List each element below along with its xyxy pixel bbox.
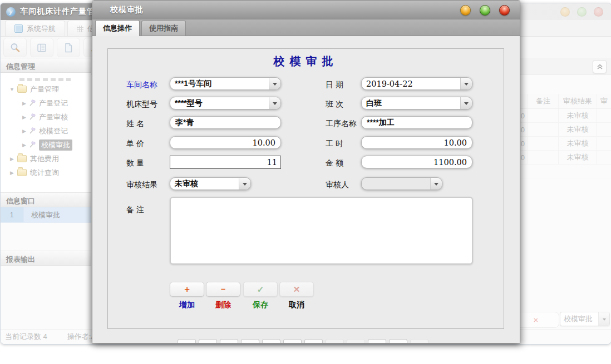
chevron-right-icon[interactable]: ▶ — [21, 114, 28, 120]
folder-icon — [17, 155, 27, 162]
list-item-index: 1 — [1, 207, 23, 222]
name-field[interactable] — [170, 116, 281, 129]
workshop-dropdown[interactable]: ***1号车间 — [170, 77, 281, 90]
view-select-dropdown[interactable]: 校模审批 — [560, 312, 610, 326]
add-button[interactable]: ＋ — [170, 282, 204, 297]
cell-remark — [528, 123, 559, 136]
info-window-list-item[interactable]: 1 校模审批 — [1, 207, 91, 223]
dropdown-arrow-button[interactable] — [460, 78, 472, 89]
panel-icon — [14, 24, 23, 33]
clipped-button[interactable] — [220, 339, 238, 343]
auditor-dropdown[interactable] — [361, 177, 442, 190]
chevron-down-icon[interactable]: ▼ — [8, 87, 16, 92]
tree-item-production-register[interactable]: ▶ 产量登记 — [1, 96, 91, 110]
section-header-info-management[interactable]: 信息管理 — [1, 58, 91, 73]
tree-label: 统计查询 — [30, 168, 59, 178]
tab-user-guide[interactable]: 使用指南 — [141, 21, 186, 36]
tool-icon — [29, 127, 36, 134]
label-workshop: 车间名称 — [126, 80, 169, 90]
cell-audit-result: 未审核 — [559, 109, 597, 122]
list-item-label: 校模审批 — [23, 207, 91, 222]
cell-auditor — [597, 137, 611, 150]
amount-field[interactable] — [361, 156, 472, 168]
audit-result-dropdown[interactable]: 未审核 — [170, 177, 251, 190]
clipped-button[interactable] — [389, 339, 407, 343]
shift-dropdown[interactable]: 白班 — [361, 97, 472, 109]
work-hours-field[interactable] — [361, 136, 472, 149]
chevron-right-icon[interactable]: ▶ — [8, 170, 16, 176]
minimize-icon[interactable] — [460, 5, 471, 16]
dropdown-arrow-button[interactable] — [269, 97, 280, 109]
search-icon — [9, 42, 21, 53]
tree-folder-statistics-query[interactable]: ▶ 统计查询 — [1, 166, 91, 179]
machine-model-dropdown[interactable]: ****型号 — [170, 97, 281, 109]
clipped-button[interactable] — [326, 339, 344, 343]
workshop-value: ***1号车间 — [170, 78, 269, 89]
clipped-button-row — [178, 339, 428, 343]
chevron-right-icon[interactable]: ▶ — [21, 142, 28, 148]
tree-item-mold-register[interactable]: ▶ 校模登记 — [1, 124, 91, 138]
clipped-button[interactable] — [347, 339, 365, 343]
cancel-button[interactable]: ✕ — [279, 282, 314, 297]
dropdown-arrow-button[interactable] — [269, 78, 280, 89]
minus-icon: － — [219, 284, 228, 295]
dropdown-arrow-button[interactable] — [598, 312, 609, 326]
section-header-info-window[interactable]: 信息窗口 — [1, 192, 91, 207]
unit-price-field[interactable] — [170, 136, 281, 149]
clipped-button[interactable] — [262, 339, 280, 343]
remark-textarea[interactable] — [170, 197, 473, 265]
col-header-remark: 备注 — [528, 94, 559, 108]
audit-result-value: 未审核 — [170, 178, 239, 190]
tab-info-operation[interactable]: 信息操作 — [95, 20, 140, 36]
app-logo-icon: y — [6, 7, 16, 17]
process-name-field[interactable] — [361, 116, 472, 129]
list-button[interactable] — [30, 38, 53, 57]
tree-folder-production-mgmt[interactable]: ▼ 产量管理 — [1, 82, 91, 96]
quantity-field[interactable] — [170, 156, 281, 169]
close-icon[interactable] — [499, 5, 510, 16]
clipped-button[interactable] — [304, 339, 323, 343]
delete-button[interactable]: － — [206, 282, 240, 297]
folder-icon — [17, 86, 27, 93]
document-button[interactable] — [57, 38, 80, 57]
document-icon — [63, 42, 74, 53]
tree-item-production-audit[interactable]: ▶ 产量审核 — [1, 110, 91, 124]
clipped-button[interactable] — [199, 339, 217, 343]
tab-system-nav[interactable]: 系统导航 — [5, 21, 65, 36]
tree-label: 产量管理 — [30, 84, 59, 94]
clipped-button[interactable] — [368, 339, 386, 343]
dropdown-arrow-button[interactable] — [460, 97, 472, 109]
label-name: 姓 名 — [126, 119, 169, 129]
minimize-icon[interactable] — [560, 7, 570, 17]
maximize-icon[interactable] — [577, 7, 587, 17]
collapse-panel-button[interactable] — [593, 60, 607, 73]
chevron-down-icon — [243, 183, 247, 188]
clipped-button[interactable] — [178, 339, 196, 343]
dialog-tabstrip: 信息操作 使用指南 — [92, 19, 520, 36]
dialog-content: 校模审批 车间名称 ***1号车间 日 期 2019-04-22 机床型号 **… — [92, 37, 520, 343]
section-header-report-output[interactable]: 报表输出 — [1, 251, 91, 266]
cell-remark — [528, 109, 559, 122]
tree-label: 校模登记 — [39, 126, 68, 136]
tree-item-mold-approval-selected[interactable]: ▶ 校模审批 — [1, 138, 91, 152]
dialog-titlebar[interactable]: 校模审批 — [92, 1, 520, 19]
dropdown-arrow-button[interactable] — [430, 178, 442, 190]
plus-icon: ＋ — [183, 284, 191, 295]
date-dropdown[interactable]: 2019-04-22 — [361, 77, 472, 90]
maximize-icon[interactable] — [480, 5, 490, 16]
chevron-right-icon[interactable]: ▶ — [8, 156, 16, 162]
save-button[interactable]: ✓ — [243, 282, 278, 297]
clipped-button[interactable] — [410, 339, 428, 343]
chevron-right-icon[interactable]: ▶ — [21, 101, 28, 106]
mold-approval-dialog: 校模审批 信息操作 使用指南 校模审批 车间名称 ***1号车间 日 期 — [92, 0, 520, 343]
dialog-window-buttons — [460, 5, 510, 16]
chevron-double-up-icon — [597, 63, 603, 70]
tree-folder-other-costs[interactable]: ▶ 其他费用 — [1, 152, 91, 166]
dropdown-arrow-button[interactable] — [239, 178, 250, 190]
chevron-right-icon[interactable]: ▶ — [21, 128, 28, 134]
tree-item-partial[interactable] — [19, 74, 71, 81]
clipped-button[interactable] — [241, 339, 259, 343]
close-icon[interactable] — [594, 7, 603, 17]
search-button[interactable] — [3, 38, 27, 57]
clipped-button[interactable] — [283, 339, 302, 343]
